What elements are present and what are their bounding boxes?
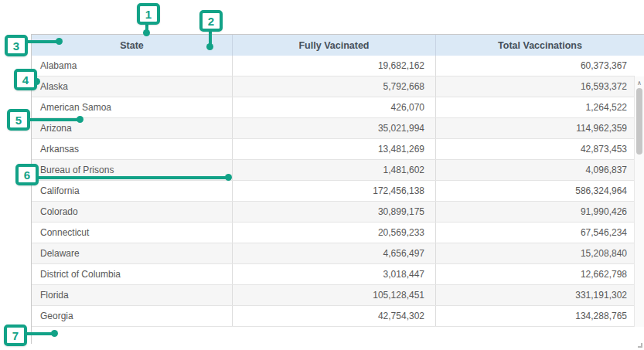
fully-vacinated-cell: 42,754,302 <box>233 306 436 326</box>
fully-vacinated-cell: 20,569,233 <box>233 223 436 243</box>
column-header-total-vaccinations[interactable]: Total Vaccinations <box>436 35 644 56</box>
callout-7-connector <box>26 332 53 335</box>
column-header-fully-vacinated[interactable]: Fully Vacinated <box>233 35 436 56</box>
table-row[interactable]: Alabama19,682,16260,373,367 <box>32 56 635 76</box>
state-cell: Arkansas <box>32 139 233 159</box>
table-row[interactable]: Arizona35,021,994114,962,359 <box>32 118 635 139</box>
dashboard-canvas: State Fully Vacinated Total Vaccinations… <box>0 0 644 350</box>
fully-vacinated-cell: 3,018,447 <box>233 264 436 284</box>
callout-3-dot <box>56 38 63 45</box>
fully-vacinated-cell: 105,128,451 <box>233 285 436 305</box>
table-row[interactable]: District of Columbia3,018,44712,662,798 <box>32 264 635 285</box>
state-cell: American Samoa <box>32 97 233 117</box>
callout-badge-3: 3 <box>5 35 28 56</box>
callout-badge-4: 4 <box>14 69 37 90</box>
callout-5-dot <box>77 116 83 123</box>
callout-2-dot <box>206 43 213 50</box>
state-cell: District of Columbia <box>32 264 233 284</box>
total-vaccinations-cell: 586,324,964 <box>436 181 635 201</box>
state-cell: Georgia <box>32 306 233 326</box>
callout-badge-7: 7 <box>4 325 27 346</box>
table-body: Alabama19,682,16260,373,367Alaska5,792,6… <box>32 56 644 327</box>
callout-6-dot <box>225 174 232 181</box>
total-vaccinations-cell: 15,208,840 <box>436 243 635 263</box>
fully-vacinated-cell: 30,899,175 <box>233 202 436 222</box>
total-vaccinations-cell: 1,264,522 <box>436 97 635 117</box>
fully-vacinated-cell: 13,481,269 <box>233 139 436 159</box>
total-vaccinations-cell: 16,593,372 <box>436 76 635 97</box>
fully-vacinated-cell: 19,682,162 <box>233 56 436 76</box>
vertical-scrollbar[interactable]: ∧ ∨ <box>634 76 644 327</box>
total-vaccinations-cell: 134,288,765 <box>436 306 635 326</box>
table-row[interactable]: Georgia42,754,302134,288,765 <box>32 306 635 327</box>
callout-badge-5: 5 <box>7 109 30 131</box>
total-vaccinations-cell: 91,990,426 <box>436 202 635 222</box>
state-cell: Colorado <box>32 202 233 222</box>
total-vaccinations-cell: 67,546,234 <box>436 223 635 243</box>
table-row[interactable]: Connecticut20,569,23367,546,234 <box>32 223 635 243</box>
state-cell: Connecticut <box>32 223 233 243</box>
total-vaccinations-cell: 42,873,453 <box>436 139 635 159</box>
callout-1-dot <box>143 29 150 36</box>
total-vaccinations-cell: 12,662,798 <box>436 264 635 284</box>
fully-vacinated-cell: 1,481,602 <box>233 160 436 180</box>
fully-vacinated-cell: 4,656,497 <box>233 243 436 263</box>
fully-vacinated-cell: 426,070 <box>233 97 436 117</box>
scroll-up-icon[interactable]: ∧ <box>635 77 644 88</box>
table-header-row: State Fully Vacinated Total Vaccinations <box>32 35 644 56</box>
fully-vacinated-cell: 5,792,668 <box>233 76 436 97</box>
callout-6-connector <box>38 176 227 179</box>
total-vaccinations-cell: 60,373,367 <box>436 56 635 76</box>
table-row[interactable]: Delaware4,656,49715,208,840 <box>32 243 635 264</box>
table-row[interactable]: Florida105,128,451331,191,302 <box>32 285 635 306</box>
table-row[interactable]: California172,456,138586,324,964 <box>32 181 635 202</box>
fully-vacinated-cell: 35,021,994 <box>233 118 436 138</box>
table-row[interactable]: American Samoa426,0701,264,522 <box>32 97 635 118</box>
table-row[interactable]: Colorado30,899,17591,990,426 <box>32 202 635 223</box>
total-vaccinations-cell: 4,096,837 <box>436 160 635 180</box>
state-cell: Delaware <box>32 243 233 263</box>
state-cell: California <box>32 181 233 201</box>
callout-badge-1: 1 <box>137 3 160 25</box>
state-cell: Alabama <box>32 56 233 76</box>
state-cell: Florida <box>32 285 233 305</box>
vaccination-table: State Fully Vacinated Total Vaccinations… <box>31 34 644 344</box>
callout-badge-6: 6 <box>15 164 39 185</box>
callout-5-connector <box>29 118 79 121</box>
callout-badge-2: 2 <box>199 10 223 32</box>
state-cell: Alaska <box>32 76 233 97</box>
total-vaccinations-cell: 114,962,359 <box>436 118 635 138</box>
callout-3-connector <box>27 40 58 43</box>
resize-handle-icon <box>638 343 642 348</box>
table-row[interactable]: Arkansas13,481,26942,873,453 <box>32 139 635 160</box>
table-rows: Alabama19,682,16260,373,367Alaska5,792,6… <box>32 56 635 327</box>
table-row[interactable]: Alaska5,792,66816,593,372 <box>32 76 635 97</box>
callout-7-dot <box>51 330 58 337</box>
total-vaccinations-cell: 331,191,302 <box>436 285 635 305</box>
column-header-state[interactable]: State <box>32 35 233 56</box>
scrollbar-thumb[interactable] <box>636 88 642 155</box>
fully-vacinated-cell: 172,456,138 <box>233 181 436 201</box>
